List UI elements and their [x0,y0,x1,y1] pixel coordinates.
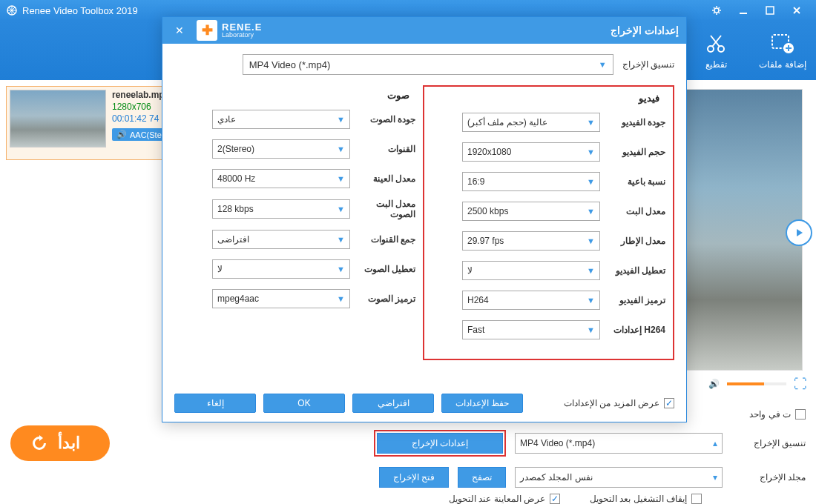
dialog-footer: عرض المزيد من الإعدادات حفظ الإعدادات اف… [162,389,686,422]
dlg-output-format-select[interactable]: MP4 Video (*.mp4)▼ [243,54,613,75]
refresh-icon [30,434,49,453]
close-button[interactable] [783,2,810,19]
svg-point-1 [714,8,719,13]
minimize-button[interactable] [730,2,757,19]
output-settings-button[interactable]: إعدادات الإخراج [377,433,503,454]
speaker-icon: 🔊 [116,130,127,139]
ok-button[interactable]: OK [263,394,345,413]
video-size-select[interactable]: 1920x1080▼ [462,142,600,162]
audio-bitrate-select[interactable]: 128 kbps▼ [212,199,350,219]
cut-icon [703,31,728,56]
chevron-up-icon: ▴ [713,438,717,448]
audio-quality-select[interactable]: عادي▼ [212,110,350,129]
video-quality-select[interactable]: عالية (حجم ملف أكبر)▼ [462,113,600,132]
volume-icon[interactable]: 🔊 [708,379,720,389]
highlight-box: إعدادات الإخراج [374,430,506,457]
output-format-select[interactable]: MP4 Video (*.mp4) ▴ [515,433,723,454]
play-button[interactable] [786,219,812,246]
frame-rate-select[interactable]: 29.97 fps▼ [462,231,600,251]
settings-icon[interactable] [703,2,730,19]
audio-codec-select[interactable]: mpeg4aac▼ [212,289,350,308]
add-files-button[interactable]: إضافة ملفات [749,24,816,76]
app-logo-icon [6,4,18,16]
output-folder-select[interactable]: نفس المجلد كمصدر ▾ [515,467,723,488]
svg-rect-2 [740,13,747,14]
plus-icon: ✚ [197,20,217,41]
browse-button[interactable]: تصفح [458,467,506,488]
fullscreen-icon[interactable]: ⛶ [794,377,807,392]
preview-after-checkbox[interactable]: عرض المعاينة عند التحويل [449,494,560,504]
add-files-label: إضافة ملفات [759,59,806,70]
cut-button[interactable]: تقطيع [682,24,749,76]
save-settings-button[interactable]: حفظ الإعدادات [441,394,523,413]
audio-channels-select[interactable]: 2(Stereo)▼ [212,139,350,159]
stop-after-checkbox[interactable]: إيقاف التشغيل بعد التحويل [590,494,702,504]
default-button[interactable]: افتراضي [352,394,434,413]
chevron-down-icon: ▾ [713,472,717,483]
start-button[interactable]: ابدأ [10,425,110,461]
merge-checkbox[interactable]: ت في واحد [749,409,806,420]
h264-preset-select[interactable]: Fast▼ [462,320,600,339]
file-thumbnail [10,90,106,147]
cut-label: تقطيع [705,59,727,70]
output-format-label: تنسيق الإخراج [731,438,806,448]
video-heading: فيديو [432,93,659,104]
video-bitrate-select[interactable]: 2500 kbps▼ [462,202,600,221]
video-codec-select[interactable]: H264▼ [462,291,600,310]
cancel-button[interactable]: إلغاء [174,394,256,413]
audio-settings-group: صوت جودة الصوتعادي▼ القنوات2(Stereo)▼ مع… [174,85,423,360]
dialog-body: تنسيق الإخراج MP4 Video (*.mp4)▼ فيديو ج… [162,44,686,389]
chevron-down-icon: ▼ [599,60,607,69]
brand-logo: ✚ RENE.ELaboratory [197,20,262,41]
maximize-button[interactable] [757,2,783,19]
audio-heading: صوت [182,90,409,101]
open-output-button[interactable]: فتح الإخراج [379,467,449,488]
dlg-output-format-label: تنسيق الإخراج [622,59,674,70]
disable-audio-select[interactable]: لا▼ [212,259,350,279]
dialog-titlebar: إعدادات الإخراج ✚ RENE.ELaboratory ✕ [162,17,686,44]
more-settings-checkbox[interactable]: عرض المزيد من الإعدادات [564,398,674,408]
output-settings-dialog: إعدادات الإخراج ✚ RENE.ELaboratory ✕ تنس… [162,16,687,422]
output-folder-label: مجلد الإخراج [731,472,806,483]
sample-rate-select[interactable]: 48000 Hz▼ [212,169,350,188]
aspect-ratio-select[interactable]: 16:9▼ [462,172,600,191]
dialog-title: إعدادات الإخراج [611,24,679,36]
channel-mix-select[interactable]: افتراضى▼ [212,230,350,249]
disable-video-select[interactable]: لا▼ [462,261,600,280]
app-title: Renee Video Toolbox 2019 [22,5,138,16]
volume-slider[interactable] [727,382,786,385]
video-settings-group: فيديو جودة الفيديوعالية (حجم ملف أكبر)▼ … [423,85,674,360]
svg-rect-3 [766,7,774,14]
add-files-icon [770,31,795,56]
dialog-close-button[interactable]: ✕ [170,24,189,36]
